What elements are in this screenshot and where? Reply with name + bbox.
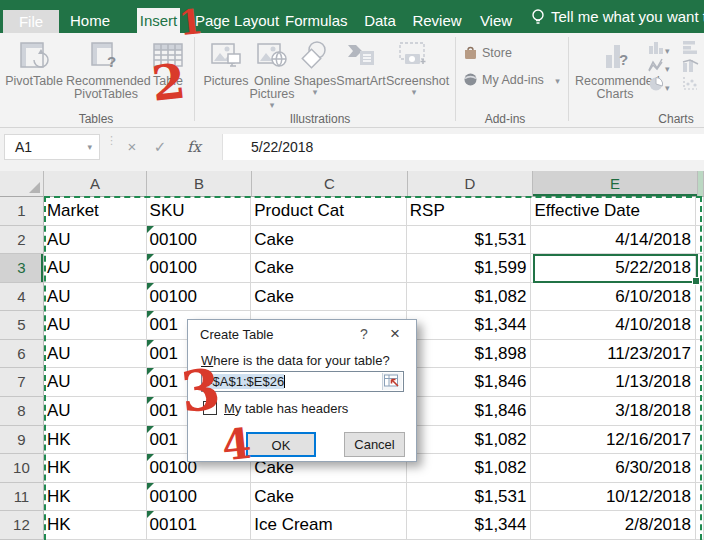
- name-box[interactable]: A1 ▾: [4, 134, 100, 160]
- cell-next-column-sliver[interactable]: [696, 426, 704, 455]
- cell-E2[interactable]: 4/14/2018: [531, 226, 696, 255]
- dialog-help-button[interactable]: ?: [356, 326, 372, 342]
- cell-C11[interactable]: Cake: [251, 483, 407, 512]
- column-header-A[interactable]: A: [44, 171, 147, 197]
- cell-A5[interactable]: AU: [44, 311, 147, 340]
- cell-D5[interactable]: $1,344: [407, 311, 532, 340]
- row-header-12[interactable]: 12: [0, 511, 44, 540]
- table-button[interactable]: Table: [146, 36, 190, 124]
- column-header-next-sliver[interactable]: [698, 171, 704, 197]
- screenshot-button[interactable]: Screenshot ▾: [386, 36, 442, 124]
- cell-D3[interactable]: $1,599: [407, 254, 532, 283]
- column-header-E[interactable]: E: [533, 171, 698, 197]
- insert-scatter-chart-button[interactable]: [682, 76, 704, 91]
- row-header-11[interactable]: 11: [0, 483, 44, 512]
- cell-next-column-sliver[interactable]: [696, 340, 704, 369]
- cell-A1[interactable]: Market: [44, 197, 147, 226]
- table-range-input[interactable]: =$A$1:$E$26: [201, 371, 404, 392]
- cell-E7[interactable]: 1/13/2018: [531, 368, 696, 397]
- cell-C2[interactable]: Cake: [251, 226, 407, 255]
- formula-input[interactable]: 5/22/2018: [222, 134, 704, 160]
- my-add-ins-button[interactable]: My Add-ins ▾: [463, 72, 560, 88]
- cell-C4[interactable]: Cake: [251, 283, 407, 312]
- cell-A3[interactable]: AU: [44, 254, 147, 283]
- tab-data[interactable]: Data: [360, 8, 400, 33]
- cell-A12[interactable]: HK: [44, 511, 147, 540]
- tab-file[interactable]: File: [3, 10, 59, 33]
- cell-E6[interactable]: 11/23/2017: [531, 340, 696, 369]
- cell-E9[interactable]: 12/16/2017: [531, 426, 696, 455]
- cell-next-column-sliver[interactable]: [696, 226, 704, 255]
- insert-column-chart-button[interactable]: ▾: [648, 40, 676, 55]
- cell-next-column-sliver[interactable]: [696, 197, 704, 226]
- pivottable-button[interactable]: PivotTable: [2, 36, 66, 124]
- tab-home[interactable]: Home: [64, 8, 116, 33]
- cell-next-column-sliver[interactable]: [696, 368, 704, 397]
- pictures-button[interactable]: Pictures: [200, 36, 252, 124]
- cell-A11[interactable]: HK: [44, 483, 147, 512]
- insert-combo-chart-button[interactable]: [682, 58, 704, 73]
- shapes-button[interactable]: Shapes ▾: [292, 36, 338, 124]
- cell-D11[interactable]: $1,531: [407, 483, 532, 512]
- name-box-dropdown-arrow[interactable]: ▾: [87, 135, 92, 159]
- tab-page-layout[interactable]: Page Layout: [193, 8, 281, 33]
- cell-D9[interactable]: $1,082: [407, 426, 532, 455]
- store-button[interactable]: Store: [463, 45, 512, 61]
- cell-A9[interactable]: HK: [44, 426, 147, 455]
- cell-E8[interactable]: 3/18/2018: [531, 397, 696, 426]
- row-header-8[interactable]: 8: [0, 397, 44, 426]
- cell-E1[interactable]: Effective Date: [531, 197, 696, 226]
- cell-next-column-sliver[interactable]: [696, 311, 704, 340]
- recommended-pivottables-button[interactable]: ? Recommended PivotTables: [66, 36, 146, 124]
- cell-B11[interactable]: 00100: [147, 483, 252, 512]
- cell-E5[interactable]: 4/10/2018: [531, 311, 696, 340]
- cancel-button[interactable]: Cancel: [344, 432, 405, 457]
- cell-D10[interactable]: $1,082: [407, 454, 532, 483]
- cell-A2[interactable]: AU: [44, 226, 147, 255]
- cell-next-column-sliver[interactable]: [696, 283, 704, 312]
- cell-next-column-sliver[interactable]: [696, 254, 704, 283]
- row-header-1[interactable]: 1: [0, 197, 44, 226]
- headers-checkbox-row[interactable]: My table has headers: [203, 401, 348, 416]
- cell-D4[interactable]: $1,082: [407, 283, 532, 312]
- cell-D1[interactable]: RSP: [407, 197, 532, 226]
- tab-formulas[interactable]: Formulas: [285, 8, 345, 33]
- cell-E11[interactable]: 10/12/2018: [531, 483, 696, 512]
- cell-B3[interactable]: 00100: [147, 254, 252, 283]
- cell-D6[interactable]: $1,898: [407, 340, 532, 369]
- ok-button[interactable]: OK: [246, 432, 316, 457]
- tab-review[interactable]: Review: [412, 8, 462, 33]
- cancel-entry-button[interactable]: ×: [120, 134, 144, 160]
- tell-me-box[interactable]: Tell me what you want to d: [551, 0, 704, 33]
- row-header-9[interactable]: 9: [0, 426, 44, 455]
- row-header-5[interactable]: 5: [0, 311, 44, 340]
- row-header-10[interactable]: 10: [0, 454, 44, 483]
- insert-bar-chart-button[interactable]: [682, 40, 704, 55]
- cell-B2[interactable]: 00100: [147, 226, 252, 255]
- cell-B4[interactable]: 00100: [147, 283, 252, 312]
- range-selector-button[interactable]: [382, 373, 402, 390]
- insert-pie-chart-button[interactable]: ▾: [648, 76, 676, 91]
- cell-C3[interactable]: Cake: [251, 254, 407, 283]
- smartart-button[interactable]: SmartArt: [336, 36, 386, 124]
- headers-checkbox[interactable]: [203, 401, 217, 415]
- cell-next-column-sliver[interactable]: [696, 397, 704, 426]
- cell-D8[interactable]: $1,846: [407, 397, 532, 426]
- cell-E10[interactable]: 6/30/2018: [531, 454, 696, 483]
- insert-function-button[interactable]: fx: [182, 134, 206, 160]
- row-header-6[interactable]: 6: [0, 340, 44, 369]
- cell-D12[interactable]: $1,344: [407, 511, 532, 540]
- cell-A6[interactable]: AU: [44, 340, 147, 369]
- cell-A8[interactable]: AU: [44, 397, 147, 426]
- cell-C1[interactable]: Product Cat: [251, 197, 407, 226]
- cell-next-column-sliver[interactable]: [696, 483, 704, 512]
- cell-B12[interactable]: 00101: [147, 511, 252, 540]
- column-header-D[interactable]: D: [408, 171, 533, 197]
- dialog-close-icon[interactable]: ×: [386, 324, 404, 344]
- cell-E3[interactable]: 5/22/2018: [531, 254, 696, 283]
- cell-E4[interactable]: 6/10/2018: [531, 283, 696, 312]
- recommended-charts-button[interactable]: ? Recommended Charts: [575, 36, 655, 124]
- insert-line-chart-button[interactable]: ▾: [648, 58, 676, 73]
- row-header-4[interactable]: 4: [0, 283, 44, 312]
- row-header-2[interactable]: 2: [0, 226, 44, 255]
